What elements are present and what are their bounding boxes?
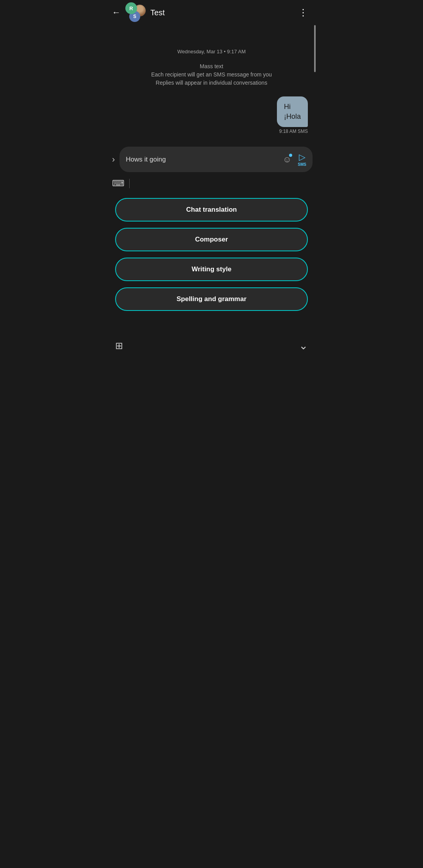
send-icon: ▷ [299,152,306,162]
message-outgoing: Hi ¡Hola 9:18 AM SMS [112,96,311,134]
back-button[interactable]: ← [112,7,121,18]
toolbar-divider [129,179,130,188]
chevron-down-icon[interactable]: ⌄ [299,339,308,352]
keyboard-icon[interactable]: ⌨ [112,178,125,189]
message-meta: 9:18 AM SMS [279,129,308,134]
mass-text-notice: Mass text Each recipient will get an SMS… [112,62,311,87]
input-bar: › Hows it going ☺ ▷ SMS [106,143,317,175]
writing-style-button[interactable]: Writing style [115,258,308,281]
input-field[interactable]: Hows it going ☺ ▷ SMS [119,147,313,172]
send-label: SMS [298,162,306,167]
message-bubble: Hi ¡Hola [277,96,308,127]
bottom-nav: ⊞ ⌄ [106,333,317,358]
chat-area: Wednesday, Mar 13 • 9:17 AM Mass text Ea… [106,25,317,143]
keyboard-nav-icon[interactable]: ⊞ [115,340,123,351]
header: ← R S Test ⋮ [106,0,317,25]
notice-line2: Each recipient will get an SMS message f… [112,71,311,79]
scrollbar[interactable] [314,25,316,72]
menu-button[interactable]: ⋮ [295,5,311,20]
ai-options: Chat translation Composer Writing style … [106,192,317,320]
avatar-group: R S [125,2,146,23]
bubble-text-line1: Hi [284,102,301,112]
chat-title: Test [150,8,295,17]
notice-line1: Mass text [112,62,311,71]
emoji-button[interactable]: ☺ [283,154,291,165]
notice-line3: Replies will appear in individual conver… [112,79,311,87]
message-input[interactable]: Hows it going [126,156,283,163]
chat-timestamp: Wednesday, Mar 13 • 9:17 AM [112,49,311,54]
send-button[interactable]: ▷ SMS [298,152,306,167]
avatar-r: R [125,2,137,14]
chat-translation-button[interactable]: Chat translation [115,198,308,222]
emoji-dot [289,154,292,157]
toolbar-row: ⌨ [106,175,317,192]
spelling-grammar-button[interactable]: Spelling and grammar [115,287,308,311]
expand-button[interactable]: › [110,153,116,166]
bubble-text-line2: ¡Hola [284,112,301,122]
composer-button[interactable]: Composer [115,228,308,251]
